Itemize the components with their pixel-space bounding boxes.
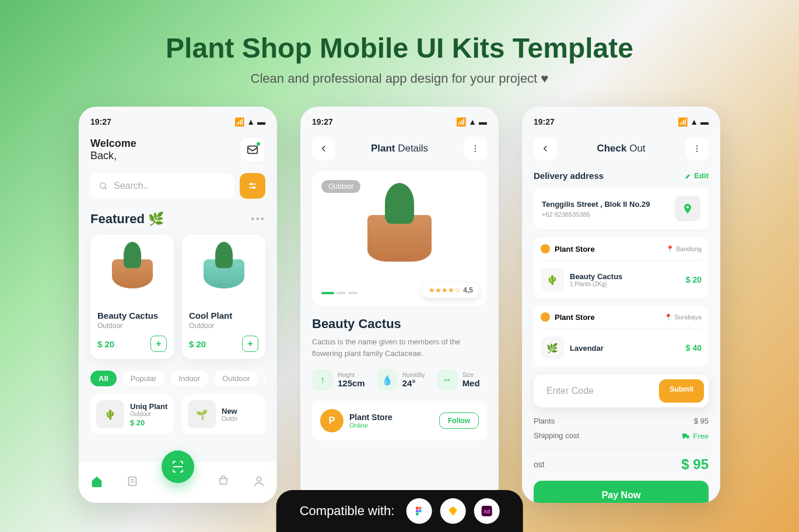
- store-status: Online: [349, 422, 393, 429]
- plant-thumb: 🌵: [96, 400, 124, 428]
- pill-all[interactable]: All: [90, 371, 117, 386]
- svg-point-6: [475, 145, 476, 146]
- main-title: Plant Shop Mobile UI Kits Template: [0, 32, 799, 64]
- category-tag: Outdoor: [321, 180, 360, 193]
- rating-badge: ★★★★☆ 4,5: [423, 283, 479, 298]
- category-pills: All Popular Indoor Outdoor Decor: [90, 371, 265, 386]
- home-icon: [90, 475, 103, 488]
- status-icons: 📶▲▬: [456, 117, 487, 126]
- add-button[interactable]: +: [150, 336, 167, 352]
- back-button[interactable]: [534, 137, 557, 160]
- svg-point-12: [686, 206, 689, 208]
- list-title: Uniq Plant: [130, 402, 168, 411]
- list-item[interactable]: 🌵 Uniq Plant Outdoor $ 20: [90, 394, 174, 434]
- list-price: $ 20: [130, 418, 168, 427]
- status-icons: 📶 ▲ ▬: [234, 117, 265, 126]
- store-section: Plant Store 📍Bandung 🌵 Beauty Cactus 1 P…: [534, 237, 709, 298]
- svg-text:Xd: Xd: [483, 509, 490, 515]
- edit-button[interactable]: Edit: [685, 171, 709, 180]
- user-icon: [253, 475, 265, 488]
- spec-height: ↑ Height125cm: [312, 369, 365, 390]
- menu-button[interactable]: [685, 137, 709, 160]
- status-icons: 📶▲▬: [678, 117, 709, 126]
- status-time: 19:27: [534, 117, 555, 126]
- mail-button[interactable]: [240, 137, 265, 163]
- item-name: Beauty Cactus: [570, 272, 622, 281]
- store-row[interactable]: P Plant Store Online Follow: [312, 401, 487, 441]
- back-button[interactable]: [312, 137, 335, 160]
- carousel-dots[interactable]: [321, 292, 358, 294]
- arrow-left-icon: [318, 143, 329, 154]
- detail-image: [321, 180, 478, 297]
- plant-image: [189, 242, 258, 306]
- pill-popular[interactable]: Popular: [122, 371, 165, 386]
- search-input[interactable]: Search..: [90, 173, 234, 199]
- xd-icon: Xd: [474, 498, 499, 524]
- list-item[interactable]: 🌱 New Outdo: [182, 394, 265, 434]
- more-button[interactable]: •••: [251, 213, 265, 226]
- pill-decor[interactable]: Decor: [264, 371, 265, 386]
- sketch-icon: [440, 498, 465, 524]
- follow-button[interactable]: Follow: [439, 413, 479, 429]
- dots-vertical-icon: [470, 143, 481, 154]
- screen-home: 19:27 📶 ▲ ▬ Welcome Back, Search..: [79, 107, 277, 503]
- scan-fab[interactable]: [162, 450, 194, 483]
- svg-point-2: [250, 184, 252, 185]
- nav-list[interactable]: [126, 475, 139, 491]
- star-icon: ★★★★☆: [429, 286, 461, 294]
- store-name: Plant Store: [555, 245, 595, 253]
- product-name: Beauty Cactus: [312, 316, 487, 332]
- status-time: 19:27: [90, 117, 111, 126]
- cart-icon: [217, 475, 230, 488]
- compat-label: Compatible with:: [300, 503, 395, 519]
- menu-button[interactable]: [464, 137, 487, 160]
- filter-button[interactable]: [240, 173, 265, 199]
- cart-item[interactable]: 🌿 Lavendar $ 40: [541, 329, 702, 360]
- page-header: Plant Shop Mobile UI Kits Template Clean…: [0, 0, 799, 86]
- screen-detail: 19:27 📶▲▬ Plant Details Outdoor ★★★★☆ 4,…: [300, 107, 499, 503]
- svg-point-9: [696, 145, 698, 146]
- item-price: $ 40: [686, 343, 702, 353]
- add-button[interactable]: +: [242, 336, 258, 352]
- item-thumb: 🌿: [541, 336, 564, 360]
- address-card[interactable]: Tenggilis Street , Blok II No.29 +62 823…: [534, 188, 709, 230]
- plant-image: [97, 242, 167, 306]
- compatibility-bar: Compatible with: Xd: [276, 490, 523, 532]
- card-price: $ 20: [189, 339, 206, 349]
- nav-profile[interactable]: [253, 475, 265, 491]
- promo-code-input[interactable]: Enter Code: [538, 379, 653, 403]
- svg-rect-0: [248, 146, 258, 154]
- svg-point-3: [253, 187, 255, 189]
- nav-home[interactable]: [90, 475, 103, 491]
- status-time: 19:27: [312, 117, 333, 126]
- card-price: $ 20: [97, 339, 114, 349]
- svg-point-16: [418, 507, 421, 510]
- dots-vertical-icon: [692, 143, 702, 154]
- delivery-label: Delivery address: [534, 171, 604, 181]
- submit-button[interactable]: Submit: [659, 379, 704, 403]
- detail-card: Outdoor ★★★★☆ 4,5: [312, 171, 487, 306]
- item-thumb: 🌵: [541, 268, 564, 291]
- pay-button[interactable]: Pay Now: [534, 481, 709, 503]
- svg-point-1: [100, 183, 106, 188]
- list-category: Outdoor: [130, 411, 168, 417]
- scan-icon: [171, 460, 185, 474]
- nav-cart[interactable]: [217, 475, 230, 491]
- total-value: $ 95: [681, 456, 709, 473]
- resize-icon: ↔: [437, 369, 458, 390]
- featured-card[interactable]: Cool Plant Outdoor $ 20 +: [182, 235, 265, 359]
- svg-point-13: [684, 438, 685, 439]
- svg-point-14: [687, 438, 689, 439]
- drop-icon: 💧: [377, 369, 398, 390]
- pill-indoor[interactable]: Indoor: [170, 371, 208, 386]
- svg-point-15: [415, 507, 418, 510]
- mail-icon: [246, 143, 259, 156]
- wifi-icon: ▲: [247, 117, 255, 126]
- item-name: Lavendar: [570, 344, 604, 353]
- status-bar: 19:27 📶 ▲ ▬: [90, 117, 265, 126]
- cart-item[interactable]: 🌵 Beauty Cactus 1 Plants (2Kg) $ 20: [541, 260, 702, 291]
- featured-title: Featured 🌿: [90, 212, 164, 227]
- plant-thumb: 🌱: [188, 400, 216, 428]
- featured-card[interactable]: Beauty Cactus Outdoor $ 20 +: [90, 235, 174, 359]
- pill-outdoor[interactable]: Outdoor: [214, 371, 258, 386]
